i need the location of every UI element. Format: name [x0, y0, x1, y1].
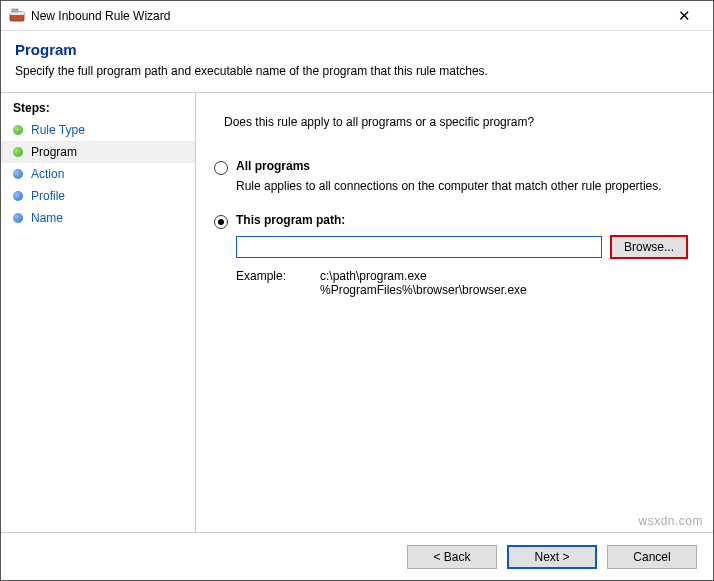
step-label: Profile	[31, 189, 65, 203]
bullet-icon	[13, 169, 23, 179]
bullet-icon	[13, 125, 23, 135]
footer-buttons: < Back Next > Cancel	[1, 532, 713, 580]
svg-rect-1	[10, 12, 24, 15]
close-button[interactable]: ✕	[663, 2, 705, 30]
cancel-button[interactable]: Cancel	[607, 545, 697, 569]
svg-rect-2	[12, 9, 18, 12]
page-header: Program Specify the full program path an…	[1, 31, 713, 93]
step-label: Rule Type	[31, 123, 85, 137]
radio-program-path[interactable]	[214, 215, 228, 229]
app-icon	[9, 8, 25, 24]
radio-all-programs[interactable]	[214, 161, 228, 175]
step-label: Action	[31, 167, 64, 181]
bullet-icon	[13, 147, 23, 157]
window-title: New Inbound Rule Wizard	[31, 9, 663, 23]
next-button[interactable]: Next >	[507, 545, 597, 569]
program-path-input[interactable]	[236, 236, 602, 258]
titlebar: New Inbound Rule Wizard ✕	[1, 1, 713, 31]
body: Steps: Rule Type Program Action Profile …	[1, 93, 713, 532]
wizard-window: New Inbound Rule Wizard ✕ Program Specif…	[0, 0, 714, 581]
back-button[interactable]: < Back	[407, 545, 497, 569]
watermark: wsxdn.com	[638, 514, 703, 528]
option-all-programs[interactable]: All programs	[214, 159, 689, 175]
step-rule-type[interactable]: Rule Type	[1, 119, 195, 141]
option-all-desc: Rule applies to all connections on the c…	[236, 179, 689, 193]
page-subtitle: Specify the full program path and execut…	[15, 64, 699, 78]
bullet-icon	[13, 191, 23, 201]
question-text: Does this rule apply to all programs or …	[224, 115, 689, 129]
option-path-label: This program path:	[236, 213, 345, 227]
steps-sidebar: Steps: Rule Type Program Action Profile …	[1, 93, 196, 532]
step-program[interactable]: Program	[1, 141, 195, 163]
bullet-icon	[13, 213, 23, 223]
browse-button[interactable]: Browse...	[610, 235, 688, 259]
step-name[interactable]: Name	[1, 207, 195, 229]
step-label: Name	[31, 211, 63, 225]
example-label: Example:	[236, 269, 320, 297]
example-text: c:\path\program.exe %ProgramFiles%\brows…	[320, 269, 527, 297]
option-all-label: All programs	[236, 159, 310, 173]
option-program-path[interactable]: This program path:	[214, 213, 689, 229]
steps-label: Steps:	[1, 101, 195, 119]
content-pane: Does this rule apply to all programs or …	[196, 93, 713, 532]
page-title: Program	[15, 41, 699, 58]
step-label: Program	[31, 145, 77, 159]
step-profile[interactable]: Profile	[1, 185, 195, 207]
step-action[interactable]: Action	[1, 163, 195, 185]
